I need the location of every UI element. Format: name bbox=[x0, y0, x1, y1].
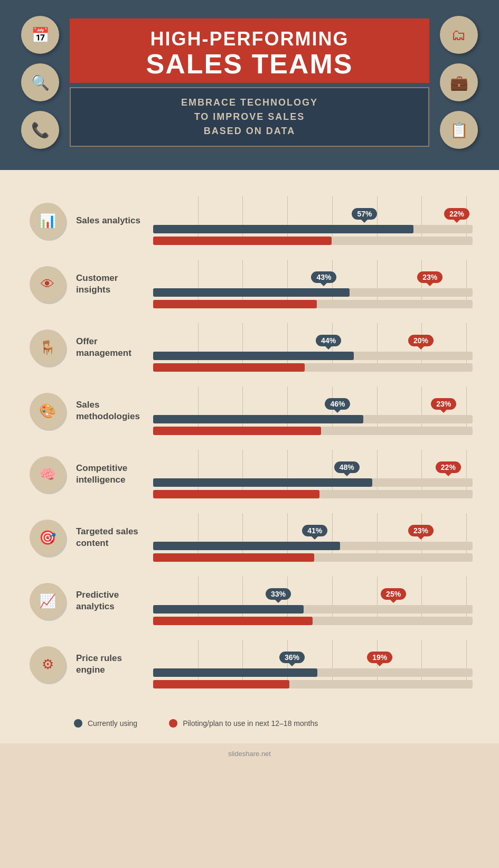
main-content: 📊 Sales analytics 57% 22% bbox=[0, 170, 499, 743]
label-price-rules-engine: Price rules engine bbox=[69, 653, 153, 676]
row-targeted-sales-content: 🎯 Targeted sales content 41% 23% bbox=[26, 513, 473, 562]
icon-wrap-competitive-intelligence: 🧠 bbox=[26, 456, 69, 492]
bar-red-predictive-analytics bbox=[153, 617, 313, 625]
header-left-icons: 📅 🔍 📞 bbox=[21, 16, 59, 149]
icon-price-rules-engine: ⚙ bbox=[30, 646, 65, 682]
icon-predictive-analytics: 📈 bbox=[30, 583, 65, 619]
bar-track-dark-targeted-sales-content bbox=[153, 542, 473, 550]
bubble-dark-customer-insights: 43% bbox=[311, 271, 336, 283]
label-competitive-intelligence: Competitive intelligence bbox=[69, 463, 153, 486]
bar-track-dark-offer-management bbox=[153, 352, 473, 360]
icon-sales-analytics: 📊 bbox=[30, 203, 65, 239]
bars-targeted-sales-content: 41% 23% bbox=[153, 513, 473, 562]
bubble-dark-sales-methodologies: 46% bbox=[325, 398, 350, 410]
bubble-red-competitive-intelligence: 22% bbox=[436, 461, 461, 473]
bar-dark-targeted-sales-content bbox=[153, 542, 340, 550]
bar-track-red-sales-analytics bbox=[153, 237, 473, 245]
subtitle: EMBRACE TECHNOLOGYTO IMPROVE SALESBASED … bbox=[83, 96, 416, 138]
icon-competitive-intelligence: 🧠 bbox=[30, 456, 65, 492]
title-line1: HIGH-PERFORMING bbox=[86, 28, 413, 50]
bubble-dark-predictive-analytics: 33% bbox=[266, 588, 291, 600]
bars-customer-insights: 43% 23% bbox=[153, 260, 473, 308]
bar-track-red-targeted-sales-content bbox=[153, 553, 473, 562]
bar-track-dark-price-rules-engine bbox=[153, 668, 473, 677]
bar-red-customer-insights bbox=[153, 300, 317, 308]
bubble-red-customer-insights: 23% bbox=[417, 271, 442, 283]
bubble-dark-offer-management: 44% bbox=[316, 335, 341, 346]
bar-track-red-sales-methodologies bbox=[153, 427, 473, 435]
header: 📅 🔍 📞 HIGH-PERFORMING SALES TEAMS EMBRAC… bbox=[0, 0, 499, 170]
label-sales-analytics: Sales analytics bbox=[69, 215, 153, 227]
bars-offer-management: 44% 20% bbox=[153, 323, 473, 372]
label-customer-insights: Customer insights bbox=[69, 272, 153, 296]
bar-track-red-price-rules-engine bbox=[153, 680, 473, 688]
bubble-red-sales-analytics: 22% bbox=[444, 208, 469, 220]
row-predictive-analytics: 📈 Predictive analytics 33% 25% bbox=[26, 577, 473, 625]
icon-offer-management: 🪑 bbox=[30, 329, 65, 365]
icon-sales-methodologies: 🎨 bbox=[30, 393, 65, 429]
subtitle-box: EMBRACE TECHNOLOGYTO IMPROVE SALESBASED … bbox=[70, 87, 429, 147]
bubble-dark-sales-analytics: 57% bbox=[352, 208, 377, 220]
legend-label-currently: Currently using bbox=[88, 719, 137, 728]
legend-dot-red bbox=[169, 719, 177, 728]
icon-customer-insights: 👁 bbox=[30, 266, 65, 302]
bars-predictive-analytics: 33% 25% bbox=[153, 577, 473, 625]
bar-dark-sales-methodologies bbox=[153, 415, 363, 423]
bar-track-red-offer-management bbox=[153, 363, 473, 372]
bubble-red-targeted-sales-content: 23% bbox=[408, 525, 434, 536]
phone-icon: 📞 bbox=[21, 111, 59, 149]
bubble-red-predictive-analytics: 25% bbox=[381, 588, 406, 600]
bars-sales-methodologies: 46% 23% bbox=[153, 386, 473, 435]
label-predictive-analytics: Predictive analytics bbox=[69, 589, 153, 612]
row-customer-insights: 👁 Customer insights 43% 23% bbox=[26, 260, 473, 308]
bar-track-red-predictive-analytics bbox=[153, 617, 473, 625]
title-box: HIGH-PERFORMING SALES TEAMS bbox=[70, 18, 429, 83]
icon-wrap-targeted-sales-content: 🎯 bbox=[26, 520, 69, 555]
bar-dark-customer-insights bbox=[153, 288, 350, 297]
bar-track-red-competitive-intelligence bbox=[153, 490, 473, 498]
bar-dark-price-rules-engine bbox=[153, 668, 317, 677]
chart-area: 📊 Sales analytics 57% 22% bbox=[26, 191, 473, 709]
row-sales-analytics: 📊 Sales analytics 57% 22% bbox=[26, 196, 473, 245]
bars-competitive-intelligence: 48% 22% bbox=[153, 450, 473, 498]
icon-wrap-offer-management: 🪑 bbox=[26, 329, 69, 365]
header-center: HIGH-PERFORMING SALES TEAMS EMBRACE TECH… bbox=[59, 18, 440, 147]
bar-track-dark-competitive-intelligence bbox=[153, 478, 473, 487]
bar-track-dark-sales-analytics bbox=[153, 225, 473, 233]
bar-track-dark-sales-methodologies bbox=[153, 415, 473, 423]
bubble-dark-targeted-sales-content: 41% bbox=[302, 525, 327, 536]
legend: Currently using Piloting/plan to use in … bbox=[26, 719, 473, 728]
legend-dot-dark bbox=[74, 719, 82, 728]
title-line2: SALES TEAMS bbox=[86, 50, 413, 78]
legend-currently-using: Currently using bbox=[74, 719, 137, 728]
bar-red-targeted-sales-content bbox=[153, 553, 314, 562]
bar-dark-predictive-analytics bbox=[153, 605, 304, 614]
bars-price-rules-engine: 36% 19% bbox=[153, 640, 473, 688]
bar-track-red-customer-insights bbox=[153, 300, 473, 308]
icon-wrap-predictive-analytics: 📈 bbox=[26, 583, 69, 619]
network-icon: 🗂 bbox=[440, 16, 478, 54]
icon-wrap-customer-insights: 👁 bbox=[26, 266, 69, 302]
legend-piloting: Piloting/plan to use in next 12–18 month… bbox=[169, 719, 318, 728]
label-targeted-sales-content: Targeted sales content bbox=[69, 526, 153, 549]
bar-dark-competitive-intelligence bbox=[153, 478, 372, 487]
bubble-dark-price-rules-engine: 36% bbox=[279, 652, 305, 663]
bar-dark-sales-analytics bbox=[153, 225, 413, 233]
calendar-icon: 📅 bbox=[21, 16, 59, 54]
legend-label-piloting: Piloting/plan to use in next 12–18 month… bbox=[183, 719, 318, 728]
bar-red-offer-management bbox=[153, 363, 305, 372]
icon-wrap-sales-analytics: 📊 bbox=[26, 203, 69, 239]
bar-red-price-rules-engine bbox=[153, 680, 289, 688]
label-offer-management: Offer management bbox=[69, 336, 153, 359]
row-competitive-intelligence: 🧠 Competitive intelligence 48% 22% bbox=[26, 450, 473, 498]
bar-track-dark-customer-insights bbox=[153, 288, 473, 297]
bar-red-sales-methodologies bbox=[153, 427, 321, 435]
row-price-rules-engine: ⚙ Price rules engine 36% 19% bbox=[26, 640, 473, 688]
magnify-icon: 🔍 bbox=[21, 63, 59, 101]
label-sales-methodologies: Sales methodologies bbox=[69, 399, 153, 422]
bar-dark-offer-management bbox=[153, 352, 354, 360]
bubble-dark-competitive-intelligence: 48% bbox=[334, 461, 360, 473]
bar-track-dark-predictive-analytics bbox=[153, 605, 473, 614]
row-offer-management: 🪑 Offer management 44% 20% bbox=[26, 323, 473, 372]
bar-red-competitive-intelligence bbox=[153, 490, 319, 498]
